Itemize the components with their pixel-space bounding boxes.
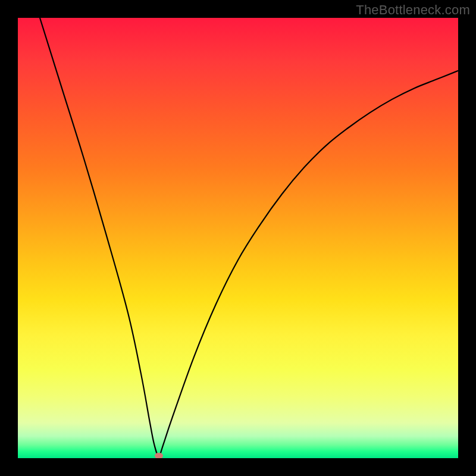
chart-frame: TheBottleneck.com: [0, 0, 476, 476]
plot-area: [18, 18, 458, 458]
watermark-text: TheBottleneck.com: [356, 2, 470, 18]
bottleneck-curve: [18, 18, 458, 458]
optimal-point-marker: [155, 453, 163, 458]
